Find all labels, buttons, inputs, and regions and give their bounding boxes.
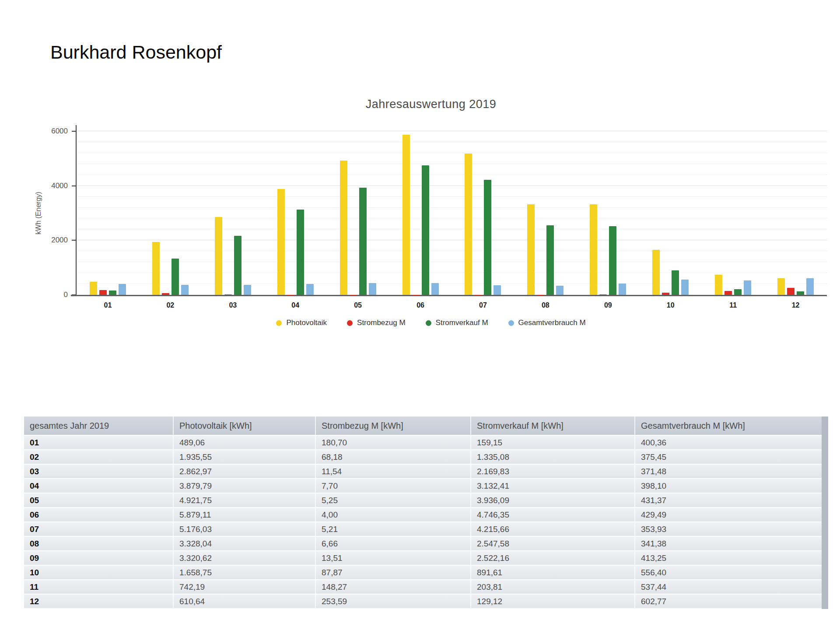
table-row: 01489,06180,70159,15400,36 bbox=[24, 436, 828, 450]
bar-stromverkauf-m[interactable] bbox=[422, 165, 429, 295]
bar-gesamtverbrauch-m[interactable] bbox=[119, 284, 126, 295]
major-gridline bbox=[77, 131, 827, 131]
x-axis-category-label: 04 bbox=[282, 301, 308, 309]
x-axis-category-label: 11 bbox=[720, 301, 746, 309]
bar-gesamtverbrauch-m[interactable] bbox=[244, 285, 251, 295]
bar-gesamtverbrauch-m[interactable] bbox=[744, 280, 751, 295]
x-axis-category-label: 05 bbox=[345, 301, 371, 309]
table-cell: 203,81 bbox=[470, 580, 634, 594]
bar-photovoltaik[interactable] bbox=[152, 242, 160, 295]
table-cell: 4,00 bbox=[315, 508, 470, 522]
bar-stromverkauf-m[interactable] bbox=[234, 236, 242, 295]
table-cell: 129,12 bbox=[470, 595, 634, 608]
plot-area: 0200040006000010203040506070809101112 bbox=[77, 131, 827, 296]
legend-label: Gesamtverbrauch M bbox=[518, 318, 586, 327]
x-axis-category-label: 12 bbox=[783, 301, 809, 309]
bar-strombezug-m[interactable] bbox=[162, 293, 169, 295]
row-header: 12 bbox=[24, 595, 173, 608]
bar-photovoltaik[interactable] bbox=[215, 217, 222, 295]
x-axis-category-label: 08 bbox=[532, 301, 559, 309]
bar-photovoltaik[interactable] bbox=[465, 154, 472, 295]
table-cell: 5,25 bbox=[315, 494, 470, 507]
bar-strombezug-m[interactable] bbox=[662, 293, 669, 295]
table-cell: 556,40 bbox=[634, 566, 822, 579]
table-row: 043.879,797,703.132,41398,10 bbox=[24, 479, 828, 494]
bar-strombezug-m[interactable] bbox=[99, 290, 107, 295]
bar-stromverkauf-m[interactable] bbox=[672, 270, 679, 295]
bar-stromverkauf-m[interactable] bbox=[359, 188, 367, 295]
row-header: 05 bbox=[24, 494, 173, 507]
table-cell: 6,66 bbox=[315, 537, 470, 550]
annual-evaluation-chart: Jahresauswertung 2019 kWh (Energy) 02000… bbox=[35, 97, 827, 342]
table-cell: 3.879,79 bbox=[173, 479, 315, 493]
legend-marker-gesamtverbrauch-m bbox=[508, 320, 514, 326]
bar-stromverkauf-m[interactable] bbox=[609, 226, 616, 295]
bar-gesamtverbrauch-m[interactable] bbox=[306, 284, 314, 295]
bar-stromverkauf-m[interactable] bbox=[484, 180, 491, 295]
table-cell: 3.320,62 bbox=[173, 551, 315, 565]
bar-photovoltaik[interactable] bbox=[777, 278, 785, 295]
legend-item-gesamtverbrauch-m[interactable]: Gesamtverbrauch M bbox=[508, 318, 586, 327]
bar-photovoltaik[interactable] bbox=[90, 282, 97, 295]
bar-gesamtverbrauch-m[interactable] bbox=[681, 280, 689, 295]
table-cell: 3.328,04 bbox=[173, 537, 315, 550]
table-cell: 413,25 bbox=[634, 551, 822, 565]
bar-gesamtverbrauch-m[interactable] bbox=[806, 278, 814, 295]
table-cell: 431,37 bbox=[634, 494, 822, 507]
bar-photovoltaik[interactable] bbox=[277, 189, 285, 295]
table-cell: 398,10 bbox=[634, 479, 822, 493]
table-scrollbar[interactable] bbox=[822, 416, 828, 609]
bar-stromverkauf-m[interactable] bbox=[546, 225, 554, 295]
table-cell: 400,36 bbox=[634, 436, 822, 449]
bar-photovoltaik[interactable] bbox=[715, 275, 722, 295]
row-header: 07 bbox=[24, 522, 173, 536]
bar-stromverkauf-m[interactable] bbox=[797, 291, 804, 295]
legend-label: Photovoltaik bbox=[286, 318, 327, 327]
bar-gesamtverbrauch-m[interactable] bbox=[494, 285, 501, 295]
table-cell: 159,15 bbox=[470, 436, 634, 449]
bar-strombezug-m[interactable] bbox=[787, 288, 794, 295]
bar-gesamtverbrauch-m[interactable] bbox=[369, 283, 376, 295]
row-header: 03 bbox=[24, 465, 173, 478]
legend-item-stromverkauf-m[interactable]: Stromverkauf M bbox=[426, 318, 488, 327]
bar-photovoltaik[interactable] bbox=[402, 135, 410, 295]
bar-stromverkauf-m[interactable] bbox=[297, 210, 304, 295]
page-title: Burkhard Rosenkopf bbox=[50, 42, 222, 63]
table-cell: 3.132,41 bbox=[470, 479, 634, 493]
x-axis-category-label: 02 bbox=[157, 301, 183, 309]
x-axis-category-label: 06 bbox=[407, 301, 434, 309]
x-axis-category-label: 09 bbox=[595, 301, 621, 309]
minor-gridline bbox=[77, 229, 827, 229]
legend-marker-strombezug-m bbox=[347, 320, 353, 326]
bar-photovoltaik[interactable] bbox=[590, 204, 597, 295]
bar-strombezug-m[interactable] bbox=[724, 291, 732, 295]
row-header: 10 bbox=[24, 566, 173, 579]
bar-photovoltaik[interactable] bbox=[527, 204, 535, 295]
bar-gesamtverbrauch-m[interactable] bbox=[556, 286, 564, 295]
x-axis-category-label: 03 bbox=[220, 301, 246, 309]
table-row: 101.658,7587,87891,61556,40 bbox=[24, 566, 828, 580]
y-axis-line bbox=[76, 125, 77, 295]
bar-gesamtverbrauch-m[interactable] bbox=[619, 284, 626, 295]
table-cell: 4.215,66 bbox=[470, 522, 634, 536]
table-row: 083.328,046,662.547,58341,38 bbox=[24, 537, 828, 551]
chart-legend: PhotovoltaikStrombezug MStromverkauf MGe… bbox=[35, 318, 827, 327]
bar-gesamtverbrauch-m[interactable] bbox=[181, 285, 189, 295]
bar-gesamtverbrauch-m[interactable] bbox=[431, 283, 439, 295]
table-cell: 891,61 bbox=[470, 566, 634, 579]
bar-strombezug-m[interactable] bbox=[224, 294, 232, 295]
bar-photovoltaik[interactable] bbox=[652, 250, 660, 295]
bar-stromverkauf-m[interactable] bbox=[734, 289, 742, 295]
y-axis-tick-label: 0 bbox=[39, 290, 68, 300]
table-cell: 371,48 bbox=[634, 465, 822, 478]
legend-item-photovoltaik[interactable]: Photovoltaik bbox=[276, 318, 327, 327]
bar-strombezug-m[interactable] bbox=[599, 294, 607, 295]
x-axis-line bbox=[71, 295, 77, 296]
legend-label: Stromverkauf M bbox=[436, 318, 488, 327]
bar-stromverkauf-m[interactable] bbox=[172, 259, 179, 295]
legend-item-strombezug-m[interactable]: Strombezug M bbox=[347, 318, 406, 327]
bar-stromverkauf-m[interactable] bbox=[109, 290, 116, 295]
minor-gridline bbox=[77, 251, 827, 251]
bar-photovoltaik[interactable] bbox=[340, 161, 347, 295]
y-axis-label: kWh (Energy) bbox=[35, 131, 44, 295]
